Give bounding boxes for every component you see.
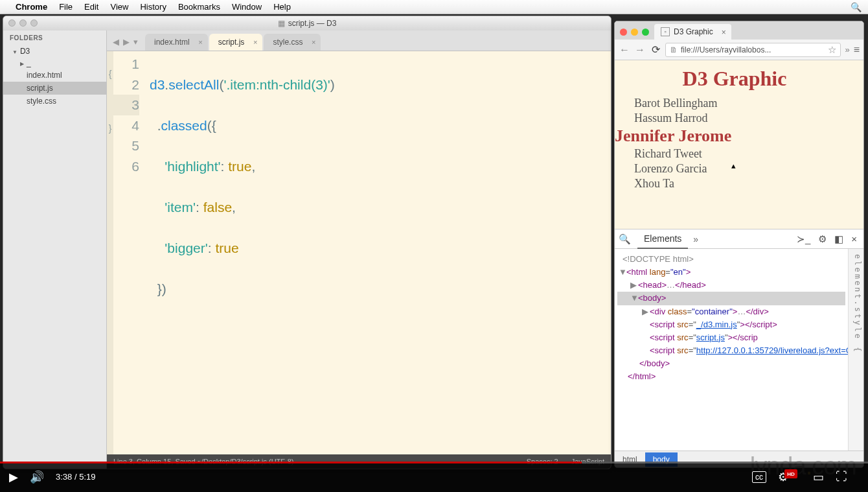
url-text: file:///Users/rayvillalobos... [681, 45, 771, 54]
page-heading: D3 Graphic [615, 67, 854, 91]
menu-view[interactable]: View [110, 2, 128, 12]
list-item: Xhou Ta [615, 176, 854, 191]
browser-window: ▫ D3 Graphic × ← → ⟳ 🗎 file:///Users/ray… [614, 21, 864, 468]
dock-icon[interactable]: ◧ [834, 233, 843, 245]
sidebar-file-script[interactable]: script.js [3, 82, 106, 95]
extensions-chevron-icon[interactable]: » [845, 45, 849, 54]
code-area[interactable]: {} 1 2 3 4 5 6 d3.selectAll('.item:nth-c… [107, 51, 611, 454]
browser-window-controls[interactable] [620, 29, 649, 36]
spotlight-icon[interactable]: 🔍 [851, 2, 862, 12]
sidebar-folder-root[interactable]: D3 [3, 45, 106, 57]
sidebar-file-index[interactable]: index.html [3, 69, 106, 82]
play-icon[interactable]: ▶ [9, 470, 18, 484]
chevron-right-icon[interactable]: » [693, 234, 698, 244]
menu-help[interactable]: Help [273, 2, 291, 12]
menu-window[interactable]: Window [232, 2, 262, 12]
console-toggle-icon[interactable]: ≻_ [797, 233, 810, 245]
video-time: 3:38 / 5:19 [56, 472, 95, 482]
sidebar-folder-sub[interactable]: _ [3, 57, 106, 69]
video-progress-bar[interactable] [0, 462, 868, 463]
browser-tab-title: D3 Graphic [674, 27, 713, 36]
code-text[interactable]: d3.selectAll('.item:nth-child(3)') .clas… [146, 51, 611, 454]
search-icon[interactable]: 🔍 [619, 233, 631, 245]
list-item: Hassum Harrod [615, 111, 854, 126]
mouse-cursor-icon: ▴ [731, 161, 736, 170]
bookmark-icon[interactable]: ☆ [828, 44, 836, 56]
list-item-highlighted: Jennifer Jerome [615, 126, 854, 146]
file-icon: 🗎 [670, 45, 678, 54]
browser-tab[interactable]: ▫ D3 Graphic × [654, 24, 731, 40]
menu-history[interactable]: History [140, 2, 166, 12]
theater-icon[interactable]: ▭ [813, 470, 824, 484]
list-item: Richard Tweet [615, 146, 854, 161]
editor-title: script.js — D3 [288, 19, 337, 28]
devtools-dom-tree[interactable]: <!DOCTYPE html> ▼<html lang="en"> ▶<head… [615, 249, 848, 451]
devtools-tab-elements[interactable]: Elements [637, 229, 688, 249]
fullscreen-icon[interactable]: ⛶ [836, 470, 847, 484]
devtools-panel: 🔍 Elements » ≻_ ⚙ ◧ × <!DOCTYPE html> ▼<… [615, 229, 863, 467]
menu-bookmarks[interactable]: Bookmarks [178, 2, 220, 12]
editor-sidebar: FOLDERS D3 _ index.html script.js style.… [3, 30, 107, 469]
menu-edit[interactable]: Edit [84, 2, 98, 12]
window-controls[interactable] [8, 19, 38, 27]
tab-style[interactable]: style.css× [264, 34, 321, 51]
sidebar-header: FOLDERS [3, 30, 106, 45]
browser-toolbar: ← → ⟳ 🗎 file:///Users/rayvillalobos... ☆… [615, 40, 863, 60]
video-controls: ▶ 🔊 3:38 / 5:19 cc ⚙HD ▭ ⛶ [0, 462, 868, 492]
browser-viewport: D3 Graphic Barot Bellingham Hassum Harro… [615, 60, 863, 229]
devtools-tabs: 🔍 Elements » ≻_ ⚙ ◧ × [615, 229, 863, 249]
close-icon[interactable]: × [722, 28, 726, 37]
url-bar[interactable]: 🗎 file:///Users/rayvillalobos... ☆ [665, 43, 841, 57]
tab-nav-arrows[interactable]: ◀▶▾ [111, 37, 140, 51]
tab-index[interactable]: index.html× [145, 34, 208, 51]
workspace: ▦ script.js — D3 FOLDERS D3 _ index.html… [0, 14, 868, 492]
editor-tabs: ◀▶▾ index.html× script.js× style.css× [107, 30, 611, 51]
settings-icon[interactable]: ⚙HD [778, 470, 801, 484]
devtools-styles-collapsed[interactable]: element.style { [848, 249, 863, 451]
close-icon[interactable]: × [851, 233, 857, 244]
line-gutter: 1 2 3 4 5 6 [113, 51, 146, 454]
close-icon[interactable]: × [253, 38, 257, 46]
list-item: Barot Bellingham [615, 96, 854, 111]
menu-file[interactable]: File [59, 2, 73, 12]
menu-icon[interactable]: ≡ [854, 44, 860, 56]
editor-titlebar: ▦ script.js — D3 [3, 16, 611, 30]
forward-icon[interactable]: → [634, 44, 646, 56]
volume-icon[interactable]: 🔊 [30, 470, 44, 484]
editor-main: ◀▶▾ index.html× script.js× style.css× {}… [107, 30, 611, 469]
reload-icon[interactable]: ⟳ [650, 43, 661, 56]
back-icon[interactable]: ← [619, 44, 630, 56]
editor-title-doc-icon: ▦ [278, 19, 285, 28]
sidebar-file-style[interactable]: style.css [3, 95, 106, 108]
fold-gutter: {} [107, 51, 113, 454]
close-icon[interactable]: × [198, 38, 202, 46]
macos-menubar: Chrome File Edit View History Bookmarks … [0, 0, 868, 14]
menu-app[interactable]: Chrome [16, 2, 47, 12]
close-icon[interactable]: × [312, 38, 315, 46]
tab-script[interactable]: script.js× [209, 34, 263, 51]
cc-icon[interactable]: cc [752, 471, 766, 483]
favicon-icon: ▫ [661, 27, 670, 36]
editor-window: ▦ script.js — D3 FOLDERS D3 _ index.html… [3, 16, 611, 469]
gear-icon[interactable]: ⚙ [818, 233, 827, 245]
browser-tabstrip: ▫ D3 Graphic × [615, 21, 863, 40]
